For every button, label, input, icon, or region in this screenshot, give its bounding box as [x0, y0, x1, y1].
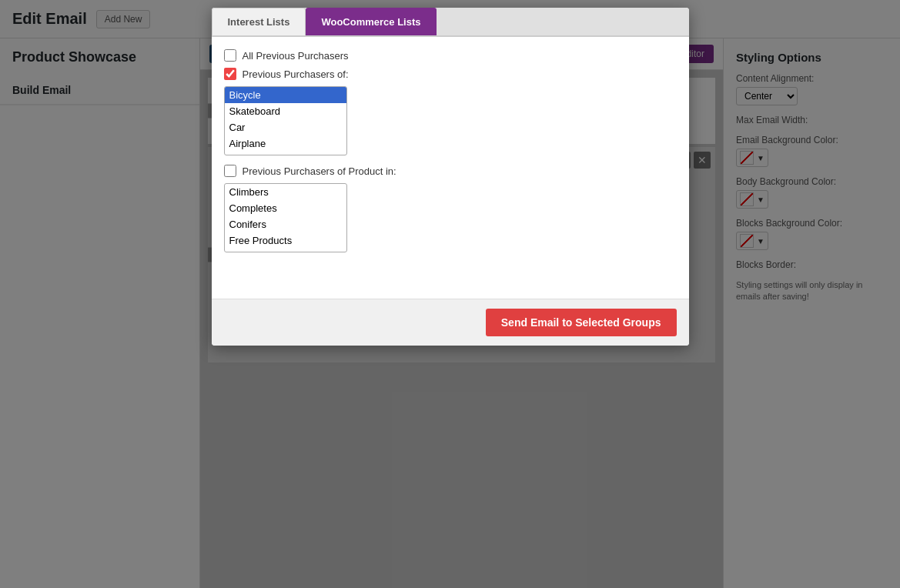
skateboard-option[interactable]: Skateboard — [225, 103, 346, 119]
woocommerce-lists-tab[interactable]: WooCommerce Lists — [306, 8, 436, 35]
modal-overlay[interactable]: Interest Lists WooCommerce Lists All Pre… — [0, 0, 900, 588]
previous-product-label: Previous Purchasers of Product in: — [243, 165, 396, 177]
purchasers-of-listbox[interactable]: Bicycle Skateboard Car Airplane — [224, 86, 347, 155]
previous-product-checkbox[interactable] — [224, 165, 236, 177]
modal-footer: Send Email to Selected Groups — [212, 299, 689, 346]
modal-dialog: Interest Lists WooCommerce Lists All Pre… — [212, 8, 689, 346]
previous-of-row: Previous Purchasers of: — [224, 68, 677, 80]
previous-of-checkbox[interactable] — [224, 68, 236, 80]
interest-lists-tab[interactable]: Interest Lists — [212, 8, 306, 35]
previous-product-section: Previous Purchasers of Product in: Climb… — [224, 165, 677, 252]
bicycle-option[interactable]: Bicycle — [225, 87, 346, 103]
airplane-option[interactable]: Airplane — [225, 135, 346, 152]
previous-purchasers-section: Previous Purchasers of: Bicycle Skateboa… — [224, 68, 677, 155]
all-previous-checkbox[interactable] — [224, 49, 236, 62]
car-option[interactable]: Car — [225, 119, 346, 135]
climbers-option[interactable]: Climbers — [225, 184, 346, 200]
free-products-option[interactable]: Free Products — [225, 232, 346, 249]
previous-of-label: Previous Purchasers of: — [243, 68, 349, 80]
completes-option[interactable]: Completes — [225, 200, 346, 216]
all-previous-row: All Previous Purchasers — [224, 49, 677, 62]
send-email-button[interactable]: Send Email to Selected Groups — [486, 309, 677, 336]
modal-body: All Previous Purchasers Previous Purchas… — [212, 37, 689, 299]
all-previous-label: All Previous Purchasers — [243, 50, 349, 62]
previous-product-row: Previous Purchasers of Product in: — [224, 165, 677, 177]
conifers-option[interactable]: Conifers — [225, 216, 346, 232]
modal-tabs: Interest Lists WooCommerce Lists — [212, 8, 689, 37]
product-category-listbox[interactable]: Climbers Completes Conifers Free Product… — [224, 183, 347, 252]
